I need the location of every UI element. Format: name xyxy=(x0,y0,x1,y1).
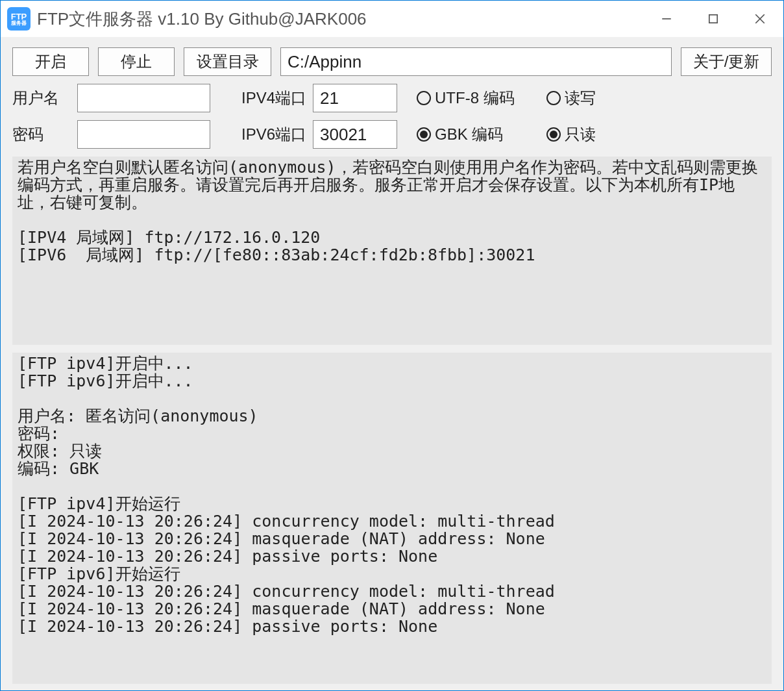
info-log[interactable]: 若用户名空白则默认匿名访问(anonymous)，若密码空白则使用用户名作为密码… xyxy=(12,157,772,345)
ipv4-port-label: IPV4端口 xyxy=(230,88,313,108)
minimize-button[interactable] xyxy=(643,1,690,37)
app-icon: FTP 服务器 xyxy=(7,7,31,31)
settings-row-2: 密码 IPV6端口 GBK 编码 只读 xyxy=(12,120,772,149)
app-window: FTP 服务器 FTP文件服务器 v1.10 By Github@JARK006… xyxy=(0,0,784,691)
runtime-log[interactable]: [FTP ipv4]开启中... [FTP ipv6]开启中... 用户名: 匿… xyxy=(12,353,772,684)
app-icon-text1: FTP xyxy=(11,12,27,21)
content-area: 开启 停止 设置目录 关于/更新 用户名 IPV4端口 UTF-8 编码 读写 xyxy=(1,37,783,690)
svg-rect-1 xyxy=(709,15,717,23)
app-icon-text2: 服务器 xyxy=(11,21,27,26)
ipv4-port-input[interactable] xyxy=(313,84,397,112)
about-button[interactable]: 关于/更新 xyxy=(681,47,772,76)
gbk-radio[interactable]: GBK 编码 xyxy=(417,124,546,145)
window-title: FTP文件服务器 v1.10 By Github@JARK006 xyxy=(37,8,643,31)
password-label: 密码 xyxy=(12,124,77,145)
ipv6-port-input[interactable] xyxy=(313,120,397,149)
maximize-button[interactable] xyxy=(690,1,737,37)
utf8-radio-label: UTF-8 编码 xyxy=(435,88,515,108)
radio-icon xyxy=(417,127,431,142)
readwrite-radio-label: 读写 xyxy=(565,88,596,108)
radio-icon xyxy=(417,91,431,105)
radio-icon xyxy=(546,91,561,105)
stop-button[interactable]: 停止 xyxy=(98,47,175,76)
close-button[interactable] xyxy=(737,1,783,37)
window-controls xyxy=(643,1,783,37)
readonly-radio[interactable]: 只读 xyxy=(546,124,596,145)
username-input[interactable] xyxy=(77,84,210,112)
utf8-radio[interactable]: UTF-8 编码 xyxy=(417,88,546,108)
set-directory-button[interactable]: 设置目录 xyxy=(184,47,271,76)
start-button[interactable]: 开启 xyxy=(12,47,89,76)
toolbar-row: 开启 停止 设置目录 关于/更新 xyxy=(12,47,772,76)
ipv6-port-label: IPV6端口 xyxy=(230,124,313,145)
username-label: 用户名 xyxy=(12,88,77,108)
titlebar[interactable]: FTP 服务器 FTP文件服务器 v1.10 By Github@JARK006 xyxy=(1,1,783,37)
settings-row-1: 用户名 IPV4端口 UTF-8 编码 读写 xyxy=(12,84,772,112)
gbk-radio-label: GBK 编码 xyxy=(435,124,503,145)
directory-input[interactable] xyxy=(280,47,672,76)
radio-icon xyxy=(546,127,561,142)
readonly-radio-label: 只读 xyxy=(565,124,596,145)
readwrite-radio[interactable]: 读写 xyxy=(546,88,596,108)
password-input[interactable] xyxy=(77,120,210,149)
